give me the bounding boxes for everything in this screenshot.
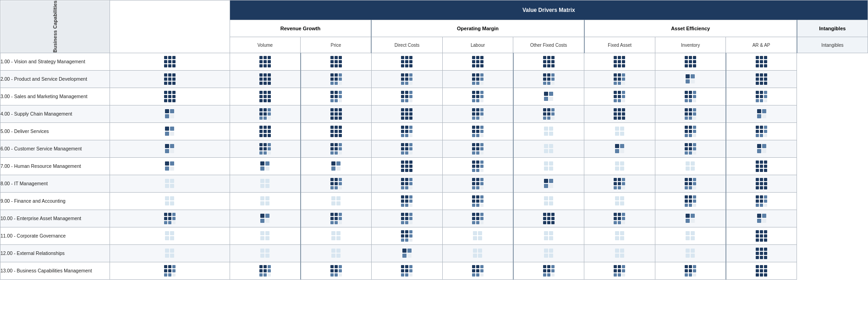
- cell-icon: [615, 127, 624, 136]
- data-cell: [726, 175, 797, 192]
- data-cell: [301, 227, 372, 244]
- cell-icon: [685, 178, 696, 189]
- data-cell: [371, 140, 442, 157]
- row-label: 5.00 - Deliver Services: [0, 122, 110, 140]
- data-cell: [655, 70, 726, 88]
- cell-icon: [165, 161, 174, 171]
- data-cell: [110, 244, 230, 262]
- cell-icon: [165, 249, 174, 258]
- cell-icon: [165, 196, 174, 205]
- cell-icon: [330, 143, 342, 155]
- cell-icon: [614, 73, 625, 85]
- cell-icon: [472, 265, 483, 277]
- data-cell: [301, 122, 372, 140]
- data-cell: [513, 244, 584, 262]
- cell-icon: [544, 179, 553, 188]
- cell-icon: [164, 265, 176, 277]
- operating-margin-header: Operating Margin: [371, 20, 584, 37]
- cell-icon: [615, 144, 624, 153]
- cell-icon: [756, 161, 767, 172]
- data-cell: [301, 88, 372, 105]
- cell-icon: [614, 56, 625, 67]
- cell-icon: [756, 230, 767, 242]
- data-cell: [513, 192, 584, 210]
- data-cell: [371, 175, 442, 192]
- data-cell: [110, 88, 230, 105]
- data-cell: [584, 175, 655, 192]
- data-cell: [110, 192, 230, 210]
- data-cell: [513, 157, 584, 175]
- cell-icon: [330, 178, 342, 189]
- data-cell: [442, 70, 513, 88]
- table-row: 10.00 - Enterprise Asset Management: [0, 210, 868, 227]
- data-cell: [110, 175, 230, 192]
- data-cell: [584, 244, 655, 262]
- cell-icon: [164, 56, 176, 67]
- data-cell: [230, 192, 301, 210]
- cell-icon: [756, 178, 767, 189]
- cell-icon: [331, 249, 341, 258]
- data-cell: [110, 262, 230, 279]
- data-cell: [442, 88, 513, 105]
- cell-icon: [260, 161, 269, 171]
- cell-icon: [164, 73, 176, 85]
- data-cell: [726, 157, 797, 175]
- cell-icon: [260, 249, 269, 258]
- data-cell: [584, 105, 655, 122]
- cell-icon: [473, 249, 482, 258]
- data-cell: [230, 53, 301, 70]
- cell-icon: [757, 109, 766, 118]
- cell-icon: [260, 214, 269, 223]
- data-cell: [230, 88, 301, 105]
- data-cell: [513, 210, 584, 227]
- cell-icon: [165, 144, 174, 153]
- cell-icon: [614, 108, 625, 120]
- data-cell: [371, 70, 442, 88]
- cell-icon: [165, 127, 174, 136]
- cell-icon: [165, 231, 174, 240]
- cell-icon: [614, 91, 625, 102]
- cell-icon: [330, 108, 342, 120]
- cell-icon: [260, 179, 269, 188]
- main-table: Business Capabilities Value Drivers Matr…: [0, 0, 868, 280]
- cell-icon: [330, 56, 342, 67]
- cell-icon: [401, 91, 412, 102]
- col-volume: Volume: [230, 37, 301, 53]
- cell-icon: [472, 91, 483, 102]
- data-cell: [110, 140, 230, 157]
- data-cell: [584, 192, 655, 210]
- cell-icon: [685, 265, 696, 277]
- cell-icon: [757, 144, 766, 153]
- cell-icon: [259, 91, 271, 102]
- cell-icon: [401, 178, 412, 189]
- cell-icon: [331, 196, 341, 205]
- table-row: 4.00 - Supply Chain Management: [0, 105, 868, 122]
- data-cell: [110, 157, 230, 175]
- cell-icon: [401, 213, 412, 224]
- table-row: 9.00 - Finance and Accounting: [0, 192, 868, 210]
- data-cell: [301, 105, 372, 122]
- data-cell: [110, 210, 230, 227]
- data-cell: [584, 227, 655, 244]
- col-price: Price: [301, 37, 372, 53]
- cell-icon: [756, 126, 767, 137]
- table-row: 8.00 - IT Management: [0, 175, 868, 192]
- cell-icon: [686, 231, 695, 240]
- data-cell: [655, 175, 726, 192]
- data-cell: [442, 192, 513, 210]
- cell-icon: [401, 73, 412, 85]
- cell-icon: [544, 249, 553, 258]
- cell-icon: [330, 265, 342, 277]
- data-cell: [301, 70, 372, 88]
- data-cell: [584, 88, 655, 105]
- cell-icon: [330, 213, 342, 224]
- cell-icon: [165, 109, 174, 118]
- cell-icon: [401, 126, 412, 137]
- data-cell: [371, 262, 442, 279]
- data-cell: [584, 210, 655, 227]
- data-cell: [584, 157, 655, 175]
- row-label: 12.00 - External Relationships: [0, 244, 110, 262]
- cell-icon: [259, 126, 271, 137]
- data-cell: [655, 227, 726, 244]
- data-cell: [584, 262, 655, 279]
